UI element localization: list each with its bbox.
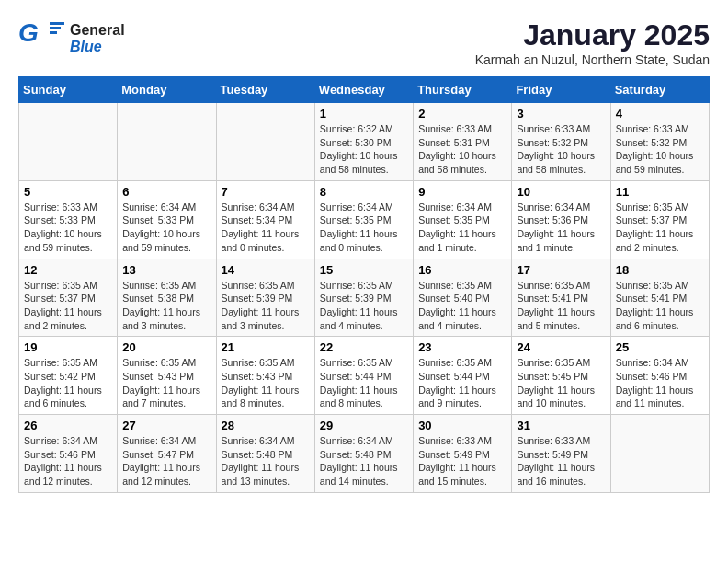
calendar-cell: 14Sunrise: 6:35 AM Sunset: 5:39 PM Dayli… (216, 259, 314, 337)
day-number: 30 (418, 419, 506, 432)
day-header-sunday: Sunday (19, 77, 118, 103)
calendar-cell: 18Sunrise: 6:35 AM Sunset: 5:41 PM Dayli… (610, 259, 709, 337)
day-info: Sunrise: 6:34 AM Sunset: 5:34 PM Dayligh… (222, 201, 310, 255)
day-number: 29 (320, 419, 408, 432)
day-number: 3 (517, 107, 605, 121)
logo-blue: Blue (70, 39, 125, 55)
logo-g-letter: G (18, 18, 39, 48)
calendar-cell: 13Sunrise: 6:35 AM Sunset: 5:38 PM Dayli… (118, 259, 216, 337)
calendar-cell: 31Sunrise: 6:33 AM Sunset: 5:49 PM Dayli… (512, 415, 610, 493)
calendar-cell: 12Sunrise: 6:35 AM Sunset: 5:37 PM Dayli… (19, 259, 118, 337)
calendar-cell: 26Sunrise: 6:34 AM Sunset: 5:46 PM Dayli… (19, 415, 118, 493)
calendar-cell: 21Sunrise: 6:35 AM Sunset: 5:43 PM Dayli… (216, 337, 314, 415)
day-number: 18 (616, 263, 704, 277)
calendar-table: SundayMondayTuesdayWednesdayThursdayFrid… (18, 76, 710, 493)
location: Karmah an Nuzul, Northern State, Sudan (475, 52, 710, 67)
logo-general: General (70, 22, 125, 39)
day-info: Sunrise: 6:33 AM Sunset: 5:31 PM Dayligh… (418, 122, 506, 177)
month-title: January 2025 (475, 18, 710, 52)
day-info: Sunrise: 6:33 AM Sunset: 5:32 PM Dayligh… (616, 122, 704, 177)
day-number: 10 (517, 185, 605, 199)
week-row-5: 26Sunrise: 6:34 AM Sunset: 5:46 PM Dayli… (19, 415, 710, 493)
day-info: Sunrise: 6:35 AM Sunset: 5:37 PM Dayligh… (24, 279, 112, 333)
day-info: Sunrise: 6:35 AM Sunset: 5:43 PM Dayligh… (122, 356, 210, 410)
day-number: 13 (122, 263, 210, 277)
calendar-cell: 7Sunrise: 6:34 AM Sunset: 5:34 PM Daylig… (216, 180, 314, 259)
calendar-cell (216, 103, 314, 181)
week-row-3: 12Sunrise: 6:35 AM Sunset: 5:37 PM Dayli… (19, 259, 710, 337)
day-info: Sunrise: 6:35 AM Sunset: 5:40 PM Dayligh… (418, 279, 506, 333)
day-info: Sunrise: 6:34 AM Sunset: 5:46 PM Dayligh… (616, 356, 704, 410)
day-number: 15 (320, 263, 408, 277)
week-row-2: 5Sunrise: 6:33 AM Sunset: 5:33 PM Daylig… (19, 180, 710, 259)
day-number: 6 (122, 185, 210, 199)
day-number: 16 (418, 263, 506, 277)
day-number: 5 (24, 185, 112, 199)
day-number: 25 (616, 340, 704, 354)
day-number: 11 (616, 185, 704, 199)
day-number: 17 (517, 263, 605, 277)
week-row-1: 1Sunrise: 6:32 AM Sunset: 5:30 PM Daylig… (19, 103, 710, 181)
day-info: Sunrise: 6:35 AM Sunset: 5:37 PM Dayligh… (616, 201, 704, 255)
day-header-wednesday: Wednesday (314, 77, 413, 103)
day-info: Sunrise: 6:34 AM Sunset: 5:36 PM Dayligh… (517, 201, 605, 255)
calendar-cell: 22Sunrise: 6:35 AM Sunset: 5:44 PM Dayli… (314, 337, 413, 415)
day-number: 14 (222, 263, 310, 277)
day-number: 8 (320, 185, 408, 199)
calendar-cell: 5Sunrise: 6:33 AM Sunset: 5:33 PM Daylig… (19, 180, 118, 259)
day-info: Sunrise: 6:35 AM Sunset: 5:43 PM Dayligh… (222, 356, 310, 410)
day-info: Sunrise: 6:35 AM Sunset: 5:39 PM Dayligh… (222, 279, 310, 333)
day-info: Sunrise: 6:34 AM Sunset: 5:48 PM Dayligh… (222, 434, 310, 488)
day-number: 9 (418, 185, 506, 199)
week-row-4: 19Sunrise: 6:35 AM Sunset: 5:42 PM Dayli… (19, 337, 710, 415)
logo-text-block: General Blue (70, 22, 125, 54)
day-info: Sunrise: 6:33 AM Sunset: 5:32 PM Dayligh… (517, 122, 605, 177)
day-info: Sunrise: 6:34 AM Sunset: 5:47 PM Dayligh… (122, 434, 210, 488)
calendar-cell: 24Sunrise: 6:35 AM Sunset: 5:45 PM Dayli… (512, 337, 610, 415)
calendar-cell: 10Sunrise: 6:34 AM Sunset: 5:36 PM Dayli… (512, 180, 610, 259)
calendar-cell (118, 103, 216, 181)
day-number: 7 (222, 185, 310, 199)
day-info: Sunrise: 6:35 AM Sunset: 5:45 PM Dayligh… (517, 356, 605, 410)
day-number: 20 (122, 340, 210, 354)
calendar-cell: 4Sunrise: 6:33 AM Sunset: 5:32 PM Daylig… (610, 103, 709, 181)
logo: G General Blue (18, 18, 125, 59)
calendar-cell: 17Sunrise: 6:35 AM Sunset: 5:41 PM Dayli… (512, 259, 610, 337)
day-info: Sunrise: 6:34 AM Sunset: 5:35 PM Dayligh… (320, 201, 408, 255)
page-header: G General Blue January 2025 Karmah an Nu… (18, 18, 710, 67)
calendar-cell: 28Sunrise: 6:34 AM Sunset: 5:48 PM Dayli… (216, 415, 314, 493)
day-number: 22 (320, 340, 408, 354)
calendar-cell: 25Sunrise: 6:34 AM Sunset: 5:46 PM Dayli… (610, 337, 709, 415)
calendar-cell: 6Sunrise: 6:34 AM Sunset: 5:33 PM Daylig… (118, 180, 216, 259)
day-number: 12 (24, 263, 112, 277)
calendar-cell: 11Sunrise: 6:35 AM Sunset: 5:37 PM Dayli… (610, 180, 709, 259)
day-info: Sunrise: 6:34 AM Sunset: 5:48 PM Dayligh… (320, 434, 408, 488)
day-number: 2 (418, 107, 506, 121)
day-number: 31 (517, 419, 605, 432)
calendar-cell: 15Sunrise: 6:35 AM Sunset: 5:39 PM Dayli… (314, 259, 413, 337)
calendar-cell: 9Sunrise: 6:34 AM Sunset: 5:35 PM Daylig… (414, 180, 512, 259)
day-info: Sunrise: 6:34 AM Sunset: 5:46 PM Dayligh… (24, 434, 112, 488)
calendar-cell: 30Sunrise: 6:33 AM Sunset: 5:49 PM Dayli… (414, 415, 512, 493)
calendar-header-row: SundayMondayTuesdayWednesdayThursdayFrid… (19, 77, 710, 103)
day-number: 28 (222, 419, 310, 432)
day-number: 27 (122, 419, 210, 432)
calendar-cell (19, 103, 118, 181)
day-header-tuesday: Tuesday (216, 77, 314, 103)
day-info: Sunrise: 6:33 AM Sunset: 5:33 PM Dayligh… (24, 201, 112, 255)
calendar-cell: 16Sunrise: 6:35 AM Sunset: 5:40 PM Dayli… (414, 259, 512, 337)
day-header-friday: Friday (512, 77, 610, 103)
day-info: Sunrise: 6:35 AM Sunset: 5:44 PM Dayligh… (320, 356, 408, 410)
day-number: 24 (517, 340, 605, 354)
calendar-cell: 1Sunrise: 6:32 AM Sunset: 5:30 PM Daylig… (314, 103, 413, 181)
day-info: Sunrise: 6:33 AM Sunset: 5:49 PM Dayligh… (517, 434, 605, 488)
day-number: 21 (222, 340, 310, 354)
calendar-cell: 23Sunrise: 6:35 AM Sunset: 5:44 PM Dayli… (414, 337, 512, 415)
day-info: Sunrise: 6:35 AM Sunset: 5:42 PM Dayligh… (24, 356, 112, 410)
day-number: 1 (320, 107, 408, 121)
calendar-cell (610, 415, 709, 493)
day-info: Sunrise: 6:34 AM Sunset: 5:33 PM Dayligh… (122, 201, 210, 255)
day-info: Sunrise: 6:35 AM Sunset: 5:41 PM Dayligh… (616, 279, 704, 333)
calendar-cell: 8Sunrise: 6:34 AM Sunset: 5:35 PM Daylig… (314, 180, 413, 259)
calendar-cell: 19Sunrise: 6:35 AM Sunset: 5:42 PM Dayli… (19, 337, 118, 415)
